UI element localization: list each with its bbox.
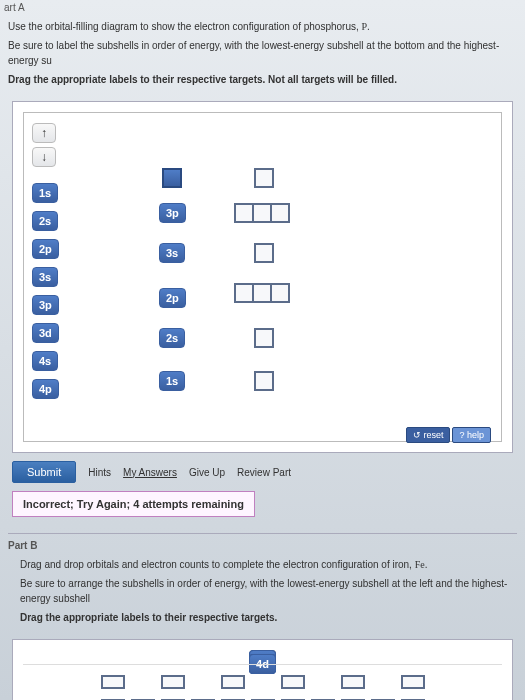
palette-2s[interactable]: 2s	[32, 211, 58, 231]
part-b-workarea: 1 2 3 4 5 6 7 8 9 10 1s 2s 3s 4s 5s 2p 3…	[12, 639, 513, 700]
placed-3p[interactable]: 3p	[159, 203, 186, 223]
pb-slot-9a[interactable]	[341, 675, 365, 689]
part-a-workarea: ↑ ↓ 1s 2s 2p 3s 3p 3d 4s 4p 3p 3s 2p 2s …	[12, 101, 513, 453]
submit-button[interactable]: Submit	[12, 461, 76, 483]
part-b-instructions: Drag and drop orbitals and electron coun…	[0, 553, 525, 633]
hints-link[interactable]: Hints	[88, 467, 111, 478]
orbital-box-6[interactable]	[254, 168, 274, 188]
pb-slot-5a[interactable]	[221, 675, 245, 689]
orbital-tri-3[interactable]	[236, 283, 290, 303]
control-bar: ↺ reset ? help	[406, 427, 491, 443]
part-b-label: Part B	[0, 538, 525, 553]
orbital-box-1[interactable]	[254, 371, 274, 391]
palette-3s[interactable]: 3s	[32, 267, 58, 287]
give-up-link[interactable]: Give Up	[189, 467, 225, 478]
placed-1s[interactable]: 1s	[159, 371, 185, 391]
pb-slot-7a[interactable]	[281, 675, 305, 689]
pb-slot-3a[interactable]	[161, 675, 185, 689]
instr2: Be sure to label the subshells in order …	[8, 38, 517, 68]
divider	[8, 533, 517, 534]
instr1-suffix: .	[367, 21, 370, 32]
pb-slot-1a[interactable]	[101, 675, 125, 689]
pb-canvas[interactable]	[23, 664, 502, 700]
pb-instr1-suffix: .	[425, 559, 428, 570]
feedback-box: Incorrect; Try Again; 4 attempts remaini…	[12, 491, 255, 517]
arrow-down-chip[interactable]: ↓	[32, 147, 56, 167]
palette-3p[interactable]: 3p	[32, 295, 59, 315]
reset-button[interactable]: ↺ reset	[406, 427, 451, 443]
placed-3s[interactable]: 3s	[159, 243, 185, 263]
orbital-box-2[interactable]	[254, 328, 274, 348]
palette-3d[interactable]: 3d	[32, 323, 59, 343]
arrow-up-chip[interactable]: ↑	[32, 123, 56, 143]
orbital-canvas[interactable]: ↑ ↓ 1s 2s 2p 3s 3p 3d 4s 4p 3p 3s 2p 2s …	[23, 112, 502, 442]
orbital-tri-5[interactable]	[236, 203, 290, 223]
my-answers-link[interactable]: My Answers	[123, 467, 177, 478]
review-part-link[interactable]: Review Part	[237, 467, 291, 478]
pb-instr3: Drag the appropriate labels to their res…	[20, 610, 517, 625]
part-a-instructions: Use the orbital-filling diagram to show …	[0, 15, 525, 95]
help-button[interactable]: ? help	[452, 427, 491, 443]
instr3: Drag the appropriate labels to their res…	[8, 72, 517, 87]
placed-2s[interactable]: 2s	[159, 328, 185, 348]
palette-4p[interactable]: 4p	[32, 379, 59, 399]
instr1-prefix: Use the orbital-filling diagram to show …	[8, 21, 362, 32]
orbital-box-4[interactable]	[254, 243, 274, 263]
placed-2p[interactable]: 2p	[159, 288, 186, 308]
pb-slot-11a[interactable]	[401, 675, 425, 689]
palette-1s[interactable]: 1s	[32, 183, 58, 203]
part-a-label: art A	[0, 0, 525, 15]
element-symbol-fe: Fe	[415, 559, 425, 570]
palette-2p[interactable]: 2p	[32, 239, 59, 259]
action-row: Submit Hints My Answers Give Up Review P…	[12, 461, 513, 483]
palette-4s[interactable]: 4s	[32, 351, 58, 371]
pb-instr2: Be sure to arrange the subshells in orde…	[20, 576, 517, 606]
orbital-box-filled[interactable]	[162, 168, 182, 188]
pb-instr1-prefix: Drag and drop orbitals and electron coun…	[20, 559, 415, 570]
